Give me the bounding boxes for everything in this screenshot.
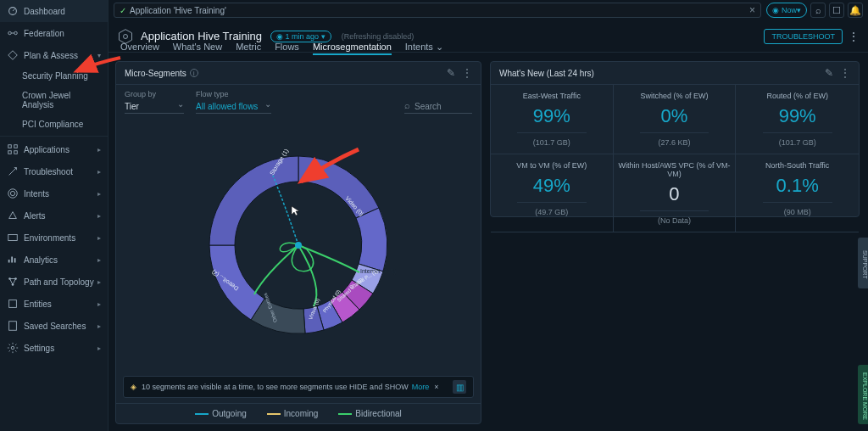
whats-new-panel: What's New (Last 24 hrs) ✎ ⋮ East-West T…: [490, 61, 860, 217]
legend-bidirectional: Bidirectional: [338, 409, 401, 418]
segment-storage[interactable]: [298, 156, 379, 218]
donut-chart[interactable]: Storage (1) Video (0) Internet (215) Sha…: [116, 114, 481, 376]
stat-routed[interactable]: Routed (% of EW) 99% (101.7 GB): [736, 85, 859, 154]
nav-analytics[interactable]: Analytics▸: [0, 249, 108, 271]
svg-point-7: [10, 191, 14, 195]
segment-detroit[interactable]: [209, 245, 264, 320]
nav-label: Saved Searches: [24, 322, 86, 331]
kebab-menu-icon[interactable]: ⋮: [462, 67, 472, 79]
svg-rect-9: [8, 235, 18, 241]
settings-icon: [7, 342, 19, 354]
stat-value: 0%: [617, 105, 732, 127]
svg-rect-13: [9, 300, 17, 308]
time-ago-badge[interactable]: ◉ 1 min ago ▾: [270, 31, 331, 42]
microsegments-panel: Micro-Segments i ✎ ⋮ Group by Tier Flow …: [115, 61, 481, 424]
nav-intents[interactable]: Intents▸: [0, 182, 108, 204]
nav-plan-assess[interactable]: Plan & Assess ▾: [0, 44, 108, 66]
nav-label: Dashboard: [24, 7, 65, 16]
group-by-dropdown[interactable]: Tier: [125, 100, 184, 114]
chevron-right-icon: ▸: [97, 146, 101, 154]
flow-type-dropdown[interactable]: All allowed flows: [196, 100, 271, 114]
search-pill[interactable]: ✓ Application 'Hive Training' ×: [114, 3, 761, 18]
chevron-right-icon: ▸: [97, 190, 101, 198]
tab-flows[interactable]: Flows: [275, 42, 299, 55]
nav-entities[interactable]: Entities▸: [0, 293, 108, 315]
hint-more-link[interactable]: More: [412, 383, 430, 391]
edit-icon[interactable]: ✎: [825, 67, 833, 79]
nav-troubleshoot[interactable]: Troubleshoot▸: [0, 160, 108, 182]
nav-settings[interactable]: Settings▸: [0, 337, 108, 359]
stat-value: 49%: [494, 175, 609, 197]
stat-value: 0.1%: [739, 175, 855, 197]
stat-switched[interactable]: Switched (% of EW) 0% (27.6 KB): [614, 85, 737, 154]
nav-federation[interactable]: Federation: [0, 22, 108, 44]
bell-icon[interactable]: 🔔: [848, 3, 863, 18]
alerts-icon: [7, 210, 19, 221]
legend-incoming: Incoming: [267, 409, 319, 418]
svg-rect-5: [8, 151, 12, 154]
panel-title: What's New (Last 24 hrs): [499, 69, 594, 78]
nav-path-topology[interactable]: Path and Topology▸: [0, 271, 108, 293]
saved-searches-icon: [7, 320, 19, 332]
tab-whats-new[interactable]: What's New: [173, 42, 222, 55]
hint-text: 10 segments are visible at a time, to se…: [142, 383, 409, 391]
chevron-right-icon: ▸: [97, 344, 101, 352]
svg-point-1: [8, 31, 12, 35]
segment-top-left[interactable]: [209, 156, 298, 245]
intents-icon: [7, 188, 19, 199]
kebab-menu-icon[interactable]: ⋮: [840, 67, 850, 79]
nav-alerts[interactable]: Alerts▸: [0, 204, 108, 227]
analytics-icon: [7, 254, 19, 266]
nav-security-planning[interactable]: Security Planning: [0, 66, 108, 86]
legend-outgoing: Outgoing: [195, 409, 247, 418]
center-node[interactable]: [295, 242, 302, 249]
tab-microsegmentation[interactable]: Microsegmentation: [313, 42, 392, 55]
search-icon[interactable]: ⌕: [810, 3, 826, 18]
stat-value: 99%: [494, 105, 609, 127]
support-tab[interactable]: SUPPORT: [858, 238, 868, 288]
edit-icon[interactable]: ✎: [447, 67, 455, 79]
nav-crown-jewel[interactable]: Crown Jewel Analysis: [0, 86, 108, 115]
stat-east-west[interactable]: East-West Traffic 99% (101.7 GB): [491, 85, 614, 154]
stat-sub: (101.7 GB): [739, 138, 855, 147]
nav-label: Federation: [24, 29, 64, 38]
nav-label: Analytics: [24, 255, 58, 265]
applications-icon: [7, 143, 19, 155]
svg-point-16: [124, 34, 128, 38]
segment-video[interactable]: [356, 208, 387, 271]
close-icon[interactable]: ×: [749, 4, 755, 16]
close-icon[interactable]: ×: [434, 383, 438, 391]
main-area: Micro-Segments i ✎ ⋮ Group by Tier Flow …: [115, 61, 860, 424]
tab-metric[interactable]: Metric: [236, 42, 261, 55]
nav-applications[interactable]: Applications▸: [0, 138, 108, 160]
nav-saved-searches[interactable]: Saved Searches▸: [0, 315, 108, 337]
stat-north-south[interactable]: North-South Traffic 0.1% (90 MB): [736, 154, 859, 232]
nav-pci-compliance[interactable]: PCI Compliance: [0, 115, 108, 134]
stat-vm-to-vm[interactable]: VM to VM (% of EW) 49% (49.7 GB): [491, 154, 614, 232]
nav-label: Path and Topology: [24, 277, 94, 287]
check-icon: ✓: [120, 6, 126, 15]
stat-label: North-South Traffic: [739, 161, 855, 170]
tab-intents[interactable]: Intents ⌄: [405, 42, 443, 55]
now-label: Now: [782, 6, 797, 14]
entities-icon: [7, 298, 19, 310]
path-topology-icon: [7, 276, 19, 288]
sidebar: Dashboard Federation Plan & Assess ▾ Sec…: [0, 0, 108, 431]
tab-overview[interactable]: Overview: [120, 42, 159, 55]
flow-bidir: [254, 245, 298, 294]
nav-environments[interactable]: Environments▸: [0, 227, 108, 249]
chevron-right-icon: ▸: [97, 234, 101, 242]
info-icon[interactable]: i: [190, 69, 198, 77]
segment-search-input[interactable]: Search: [404, 100, 472, 114]
explore-tab[interactable]: EXPLORE MORE: [858, 365, 868, 424]
time-now-button[interactable]: ◉ Now ▾: [766, 3, 807, 18]
nav-dashboard[interactable]: Dashboard: [0, 0, 108, 22]
group-by-control: Group by Tier: [125, 90, 184, 114]
tabs: Overview What's New Metric Flows Microse…: [120, 42, 868, 55]
svg-rect-3: [8, 145, 12, 148]
stat-within-host[interactable]: Within Host/AWS VPC (% of VM-VM) 0 (No D…: [614, 154, 737, 232]
page-title: Application Hive Training: [141, 30, 262, 42]
nav-label: Troubleshoot: [24, 167, 73, 176]
bookmark-icon[interactable]: ☐: [829, 3, 844, 18]
view-toggle-icon[interactable]: ▥: [453, 380, 466, 394]
